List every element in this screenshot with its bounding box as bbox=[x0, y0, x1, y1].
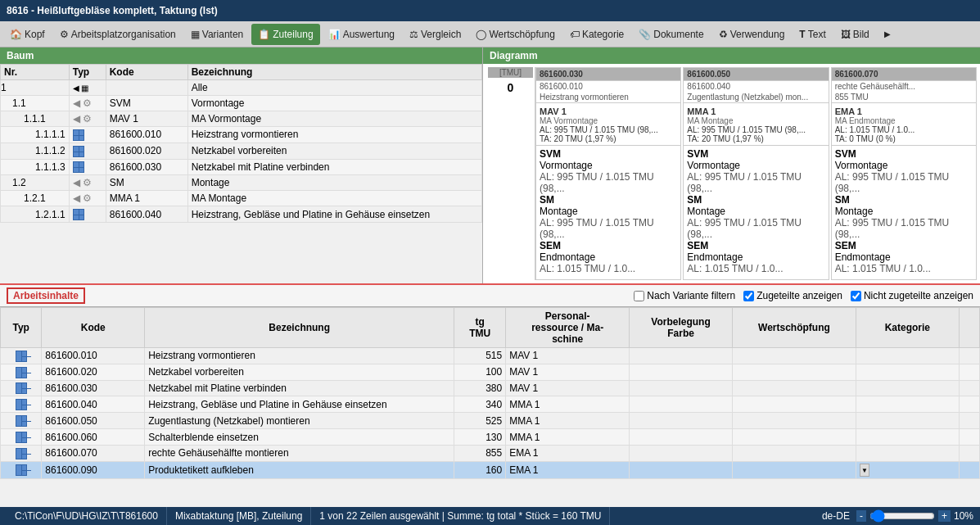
tree-cell-kode: 861600.030 bbox=[106, 159, 187, 175]
row-tg: 100 bbox=[454, 364, 506, 380]
station-sub: MA Montage bbox=[687, 116, 824, 125]
tree-cell-nr: 1 bbox=[1, 80, 70, 96]
bottom-table-row[interactable]: 861600.030 Netzkabel mit Platine verbind… bbox=[1, 380, 980, 396]
nav-zuteilung[interactable]: 📋 Zuteilung bbox=[251, 24, 319, 45]
nav-bild[interactable]: 🖼 Bild bbox=[834, 24, 876, 45]
tree-row[interactable]: 1.1.1.1 861600.010 Heizstrang vormontier… bbox=[1, 127, 482, 143]
dropdown-arrow[interactable]: ▼ bbox=[860, 464, 869, 477]
tree-row[interactable]: 1.1.1 ◀ ⚙ MAV 1 MA Vormontage bbox=[1, 111, 482, 127]
nav-auswertung[interactable]: 📊 Auswertung bbox=[322, 24, 401, 45]
tree-cell-bezeichnung: Netzkabel mit Platine verbinden bbox=[187, 159, 481, 175]
diagram-col-sub1: 855 TMU bbox=[832, 92, 976, 103]
tree-row[interactable]: 1.1 ◀ ⚙ SVM Vormontage bbox=[1, 96, 482, 111]
tree-row[interactable]: 1.2.1 ◀ ⚙ MMA 1 MA Montage bbox=[1, 191, 482, 206]
tree-cell-typ: ◀ ⚙ bbox=[69, 111, 106, 127]
bottom-table-row[interactable]: 861600.040 Heizstrang, Gebläse und Plati… bbox=[1, 396, 980, 413]
row-tg: 525 bbox=[454, 413, 506, 429]
nav-varianten[interactable]: ▦ Varianten bbox=[184, 24, 250, 45]
status-locale: de-DE bbox=[822, 510, 850, 522]
station-ta: TA: 20 TMU (1,97 %) bbox=[540, 134, 677, 143]
tree-row[interactable]: 1.2 ◀ ⚙ SM Montage bbox=[1, 175, 482, 191]
row-vorbelegung bbox=[630, 461, 733, 478]
filter-zugeteilt-checkbox[interactable] bbox=[743, 291, 754, 301]
station-sub: MA Vormontage bbox=[540, 116, 677, 125]
status-selection-label: 1 von 22 Zeilen ausgewählt | Summe: tg t… bbox=[319, 510, 601, 522]
bottom-table-row[interactable]: 861600.060 Schalterblende einsetzen 130 … bbox=[1, 429, 980, 446]
row-kode: 861600.090 bbox=[42, 461, 145, 478]
row-wertschoepfung bbox=[732, 348, 856, 364]
filter-nicht-zugeteilt[interactable]: Nicht zugeteilte anzeigen bbox=[851, 290, 973, 301]
zoom-plus-button[interactable]: + bbox=[938, 510, 951, 522]
row-typ bbox=[1, 445, 42, 461]
status-path-label: C:\TiCon\F\UD\HG\IZ\T\T861600 bbox=[15, 510, 158, 522]
row-extra bbox=[959, 413, 979, 429]
zoom-slider[interactable] bbox=[869, 509, 935, 523]
dokumente-icon: 📎 bbox=[639, 29, 651, 40]
tree-cell-bezeichnung: MA Montage bbox=[187, 191, 481, 206]
row-vorbelegung bbox=[630, 429, 733, 446]
bottom-table-row[interactable]: 861600.020 Netzkabel vorbereiten 100 MAV… bbox=[1, 364, 980, 380]
row-personal: MAV 1 bbox=[506, 380, 630, 396]
diagram-col-sub1: Zugentlastung (Netzkabel) mon... bbox=[684, 92, 828, 103]
bottom-station-1: SM Montage AL: 995 TMU / 1.015 TMU (98,.… bbox=[835, 194, 973, 240]
diagram-panel: Diagramm [TMU] 0 861600.030 861600.010 H… bbox=[483, 48, 980, 283]
tree-row[interactable]: 1 ◀ ▦ Alle bbox=[1, 80, 482, 96]
filter-nicht-zugeteilt-checkbox[interactable] bbox=[851, 291, 861, 301]
diagram-content[interactable]: [TMU] 0 861600.030 861600.010 Heizstrang… bbox=[483, 64, 980, 283]
diagram-tmu-col: [TMU] 0 bbox=[486, 67, 535, 280]
bottom-station-0: SVM Vormontage AL: 995 TMU / 1.015 TMU (… bbox=[540, 148, 677, 194]
row-typ bbox=[1, 396, 42, 413]
tree-cell-typ: ◀ ⚙ bbox=[69, 96, 106, 111]
zoom-minus-button[interactable]: - bbox=[856, 510, 866, 522]
station-ta: TA: 0 TMU (0 %) bbox=[835, 134, 973, 143]
filter-nach-variante-checkbox[interactable] bbox=[634, 291, 644, 301]
col-kode-header: Kode bbox=[42, 308, 145, 348]
tree-cell-bezeichnung: Vormontage bbox=[187, 96, 481, 111]
bottom-table-container[interactable]: Typ Kode Bezeichnung tgTMU Personal-ress… bbox=[0, 307, 980, 507]
row-kategorie bbox=[856, 413, 959, 429]
tree-cell-typ: ◀ ▦ bbox=[69, 80, 106, 96]
nav-kopf-label: Kopf bbox=[25, 29, 45, 40]
bottom-table-row[interactable]: 861600.050 Zugentlastung (Netzkabel) mon… bbox=[1, 413, 980, 429]
nav-arbeitsplatz-label: Arbeitsplatzorganisation bbox=[71, 29, 176, 40]
row-tg: 515 bbox=[454, 348, 506, 364]
nav-tag[interactable]: ▶ bbox=[878, 24, 897, 45]
nav-kategorie[interactable]: 🏷 Kategorie bbox=[563, 24, 630, 45]
bottom-table-row[interactable]: 861600.010 Heizstrang vormontieren 515 M… bbox=[1, 348, 980, 364]
bottom-table-row[interactable]: 861600.090 Produktetikett aufkleben 160 … bbox=[1, 461, 980, 478]
status-right: de-DE - + 10% bbox=[822, 509, 973, 523]
tree-panel-header: Baum bbox=[0, 48, 482, 64]
bottom-station-2: SEM Endmontage AL: 1.015 TMU / 1.0... bbox=[835, 240, 973, 274]
row-personal: MAV 1 bbox=[506, 364, 630, 380]
nav-text[interactable]: T Text bbox=[793, 24, 832, 45]
nav-wertschoepfung[interactable]: ◯ Wertschöpfung bbox=[469, 24, 562, 45]
nav-dokumente[interactable]: 📎 Dokumente bbox=[632, 24, 710, 45]
tree-row[interactable]: 1.1.1.3 861600.030 Netzkabel mit Platine… bbox=[1, 159, 482, 175]
row-typ bbox=[1, 348, 42, 364]
nav-arbeitsplatz[interactable]: ⚙ Arbeitsplatzorganisation bbox=[53, 24, 183, 45]
bottom-station-0: SVM Vormontage AL: 995 TMU / 1.015 TMU (… bbox=[835, 148, 973, 194]
row-kategorie bbox=[856, 380, 959, 396]
nav-vergleich[interactable]: ⚖ Vergleich bbox=[403, 24, 467, 45]
bottom-table-row[interactable]: 861600.070 rechte Gehäusehälfte montiere… bbox=[1, 445, 980, 461]
station-al: AL: 995 TMU / 1.015 TMU (98,... bbox=[540, 125, 677, 134]
row-kategorie bbox=[856, 348, 959, 364]
tree-cell-typ bbox=[69, 159, 106, 175]
filter-zugeteilt[interactable]: Zugeteilte anzeigen bbox=[743, 290, 842, 301]
tree-cell-bezeichnung: Netzkabel vorbereiten bbox=[187, 143, 481, 159]
col-vorb-header: VorbelegungFarbe bbox=[630, 308, 733, 348]
row-bezeichnung: Heizstrang vormontieren bbox=[145, 348, 454, 364]
home-icon: 🏠 bbox=[10, 29, 22, 40]
nav-kopf[interactable]: 🏠 Kopf bbox=[3, 24, 52, 45]
nav-verwendung[interactable]: ♻ Verwendung bbox=[712, 24, 792, 45]
grid-icon bbox=[16, 351, 27, 362]
tree-row[interactable]: 1.1.1.2 861600.020 Netzkabel vorbereiten bbox=[1, 143, 482, 159]
grid-icon bbox=[73, 129, 84, 141]
filter-nach-variante[interactable]: Nach Variante filtern bbox=[634, 290, 735, 301]
tree-cell-typ bbox=[69, 127, 106, 143]
nav-varianten-label: Varianten bbox=[202, 29, 243, 40]
tree-row[interactable]: 1.2.1.1 861600.040 Heizstrang, Gebläse u… bbox=[1, 206, 482, 223]
tree-table-container[interactable]: Nr. Typ Kode Bezeichnung 1 ◀ ▦ Alle 1.1 … bbox=[0, 64, 482, 283]
station-al: AL: 1.015 TMU / 1.0... bbox=[835, 125, 973, 134]
nav-auswertung-label: Auswertung bbox=[343, 29, 395, 40]
